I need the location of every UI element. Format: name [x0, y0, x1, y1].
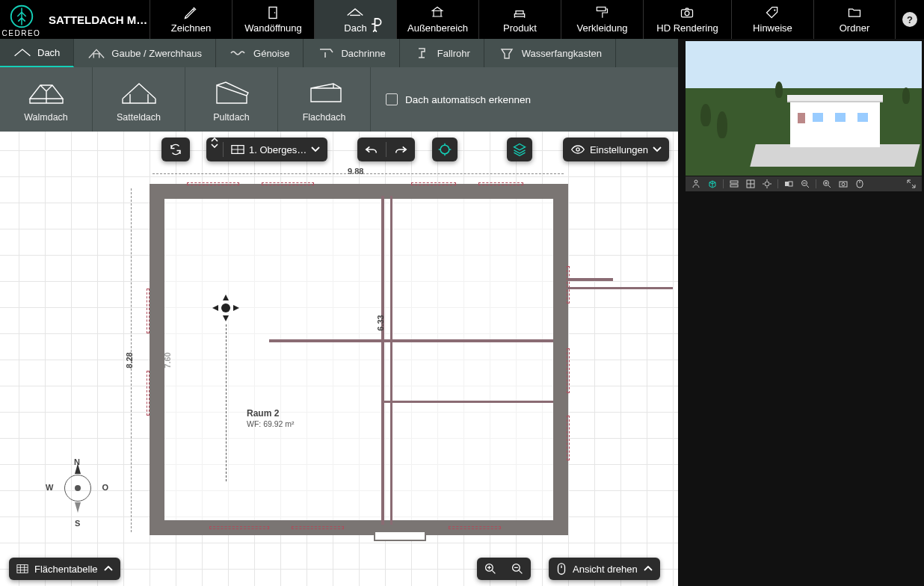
svg-rect-11 [17, 565, 28, 573]
nav-label: Zeichnen [171, 22, 211, 34]
nav-cladding[interactable]: Verkleidung [561, 0, 643, 39]
preview-zoomin-button[interactable] [821, 179, 833, 189]
area-table-label: Flächentabelle [34, 564, 98, 575]
floor-selector[interactable]: 1. Oberges… [206, 138, 327, 161]
nav-product[interactable]: Produkt [478, 0, 561, 39]
area-table-button[interactable]: Flächentabelle [9, 558, 120, 580]
brand-logo[interactable]: CEDREO [0, 0, 43, 39]
nav-label: Dach [344, 22, 366, 34]
svg-point-9 [576, 148, 579, 151]
roof-pultdach[interactable]: Pultdach [185, 67, 278, 132]
room-label: Raum 2 WF: 69.92 m² [247, 408, 295, 429]
nav-folder[interactable]: Ordner [813, 0, 896, 39]
roof-icon [346, 5, 364, 20]
svg-rect-17 [730, 185, 738, 187]
help-button[interactable]: ? [896, 0, 924, 39]
preview-plan-button[interactable] [745, 179, 757, 189]
tab-label: Génoise [253, 48, 289, 59]
preview-mouse-button[interactable] [854, 179, 866, 189]
chevron-up-icon [104, 566, 113, 572]
chevron-down-icon [653, 146, 662, 152]
chevron-up-icon[interactable] [211, 138, 218, 143]
roof-walmdach[interactable]: Walmdach [0, 67, 93, 132]
subtab-wasserfang[interactable]: Wasserfangkasten [484, 39, 616, 67]
camera-icon [679, 5, 695, 20]
nav-label: Wandöffnung [244, 22, 302, 34]
undo-button[interactable] [357, 138, 386, 161]
roof-flachdach[interactable]: Flachdach [278, 67, 371, 132]
sync-toolbar [161, 138, 190, 161]
nav-hints[interactable]: Hinweise [731, 0, 813, 39]
downpipe-icon [413, 46, 431, 60]
nav-outdoor[interactable]: Außenbereich [396, 0, 478, 39]
undo-redo-toolbar [357, 138, 415, 161]
zoom-out-button[interactable] [504, 563, 531, 575]
preview-contrast-button[interactable] [783, 179, 795, 189]
roof-label: Satteldach [117, 112, 161, 123]
zoom-in-button[interactable] [477, 563, 504, 575]
preview-zoomout-button[interactable] [799, 179, 811, 189]
roof-satteldach[interactable]: Satteldach [93, 67, 185, 132]
preview-camera-button[interactable] [837, 179, 849, 189]
move-gizmo-icon[interactable] [209, 292, 242, 324]
preview-expand-button[interactable] [905, 179, 917, 189]
preview-panel [678, 39, 924, 586]
subtab-dach[interactable]: Dach [0, 39, 74, 67]
subtab-gaube[interactable]: Gaube / Zwerchhaus [74, 39, 216, 67]
preview-3d[interactable] [686, 41, 922, 176]
svg-point-6 [774, 10, 776, 11]
checkbox-auto-roof[interactable] [386, 93, 398, 105]
zoom-toolbar [477, 558, 531, 580]
flachdach-icon [304, 76, 345, 106]
tab-label: Gaube / Zwerchhaus [111, 48, 202, 59]
outdoor-icon [429, 5, 446, 20]
auto-detect-roof[interactable]: Dach automatisch erkennen [371, 67, 678, 132]
rotate-label: Ansicht drehen [573, 564, 638, 575]
nav-label: Verkleidung [577, 22, 628, 34]
svg-point-15 [694, 180, 697, 183]
furniture-icon [511, 5, 528, 20]
nav-opening[interactable]: Wandöffnung [232, 0, 314, 39]
roof-label: Pultdach [213, 112, 250, 123]
layers-button[interactable] [507, 138, 532, 161]
tag-icon [764, 5, 780, 20]
svg-point-25 [842, 183, 845, 186]
mouse-icon [556, 562, 567, 576]
dormer-icon [87, 46, 105, 60]
subtab-fallrohr[interactable]: Fallrohr [400, 39, 484, 67]
svg-rect-14 [558, 564, 565, 574]
preview-cube-button[interactable] [706, 179, 718, 189]
brand-text: CEDREO [2, 29, 41, 37]
nav-rendering[interactable]: HD Rendering [643, 0, 731, 39]
nav-label: HD Rendering [656, 22, 718, 34]
floor-label: 1. Oberges… [249, 144, 307, 155]
walmdach-icon [25, 76, 67, 106]
project-title[interactable]: SATTELDACH M… [43, 0, 150, 39]
roof-subtabs: Dach Gaube / Zwerchhaus Génoise Dachrinn… [0, 39, 678, 67]
gutter-icon [317, 47, 335, 59]
layers-icon [512, 142, 527, 157]
target-button[interactable] [432, 138, 458, 161]
nav-label: Hinweise [753, 22, 792, 34]
preview-person-button[interactable] [690, 179, 702, 189]
subtab-genoise[interactable]: Génoise [216, 39, 304, 67]
nav-draw[interactable]: Zeichnen [150, 0, 232, 39]
folder-icon [846, 5, 863, 20]
rotate-view-button[interactable]: Ansicht drehen [549, 558, 660, 580]
sync-button[interactable] [161, 138, 190, 161]
chevron-down-icon [311, 146, 320, 152]
top-nav: CEDREO SATTELDACH M… Zeichnen Wandöffnun… [0, 0, 924, 39]
preview-floors-button[interactable] [728, 179, 740, 189]
preview-sun-button[interactable] [761, 179, 773, 189]
settings-toolbar[interactable]: Einstellungen [563, 138, 669, 161]
tab-label: Wasserfangkasten [522, 48, 602, 59]
chevron-down-icon[interactable] [211, 143, 218, 148]
nav-roof[interactable]: Dach [314, 0, 396, 39]
zoom-out-icon [511, 563, 523, 575]
hopper-icon [498, 46, 516, 60]
building-outline[interactable]: 6.33 Raum 2 WF: 69.92 m² [150, 184, 568, 535]
subtab-dachrinne[interactable]: Dachrinne [304, 39, 399, 67]
floorplan-canvas[interactable]: 1. Oberges… Einstellungen 9.88 9.20 8.28… [0, 132, 678, 586]
redo-button[interactable] [386, 138, 415, 161]
svg-point-19 [765, 182, 769, 186]
